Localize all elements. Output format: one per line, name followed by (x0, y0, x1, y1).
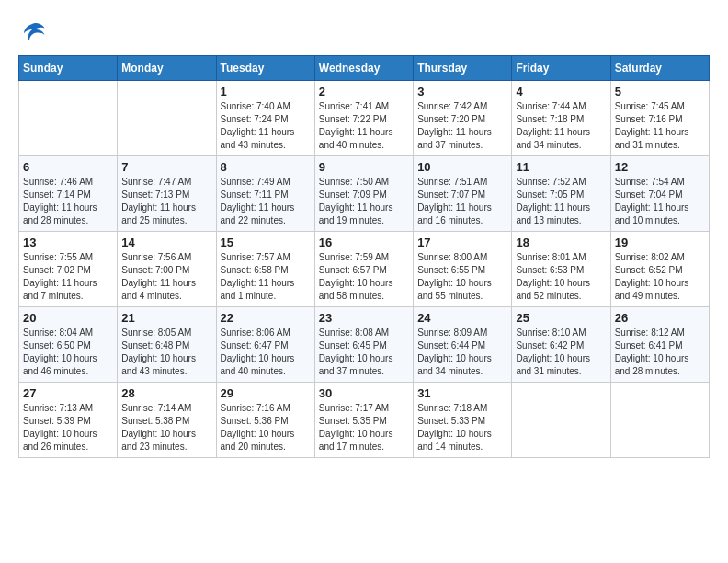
calendar-cell: 3Sunrise: 7:42 AM Sunset: 7:20 PM Daylig… (414, 81, 512, 156)
calendar-cell (512, 383, 610, 458)
day-info: Sunrise: 7:57 AM Sunset: 6:58 PM Dayligh… (221, 251, 311, 303)
day-info: Sunrise: 8:09 AM Sunset: 6:44 PM Dayligh… (417, 327, 507, 378)
day-info: Sunrise: 8:10 AM Sunset: 6:42 PM Dayligh… (516, 327, 606, 378)
calendar-cell: 30Sunrise: 7:17 AM Sunset: 5:35 PM Dayli… (314, 383, 413, 458)
day-number: 28 (121, 386, 211, 400)
calendar-cell: 18Sunrise: 8:01 AM Sunset: 6:53 PM Dayli… (512, 232, 610, 307)
weekday-header-wednesday: Wednesday (314, 56, 413, 81)
calendar-cell: 7Sunrise: 7:47 AM Sunset: 7:13 PM Daylig… (118, 156, 216, 232)
calendar-cell: 25Sunrise: 8:10 AM Sunset: 6:42 PM Dayli… (512, 307, 610, 383)
weekday-header-sunday: Sunday (19, 56, 118, 81)
day-number: 18 (516, 236, 606, 249)
calendar-cell: 24Sunrise: 8:09 AM Sunset: 6:44 PM Dayli… (414, 307, 512, 383)
calendar-cell: 29Sunrise: 7:16 AM Sunset: 5:36 PM Dayli… (216, 383, 314, 458)
day-info: Sunrise: 8:04 AM Sunset: 6:50 PM Dayligh… (23, 327, 113, 378)
day-number: 21 (121, 311, 211, 325)
weekday-header-row: SundayMondayTuesdayWednesdayThursdayFrid… (19, 56, 710, 81)
day-number: 4 (516, 85, 606, 98)
day-info: Sunrise: 8:01 AM Sunset: 6:53 PM Dayligh… (516, 251, 606, 303)
calendar-cell: 26Sunrise: 8:12 AM Sunset: 6:41 PM Dayli… (610, 307, 709, 383)
day-info: Sunrise: 7:51 AM Sunset: 7:07 PM Dayligh… (417, 176, 507, 227)
day-info: Sunrise: 7:41 AM Sunset: 7:22 PM Dayligh… (319, 100, 409, 152)
day-number: 15 (221, 236, 311, 249)
calendar-cell: 1Sunrise: 7:40 AM Sunset: 7:24 PM Daylig… (216, 81, 314, 156)
day-info: Sunrise: 7:54 AM Sunset: 7:04 PM Dayligh… (615, 176, 705, 227)
day-number: 27 (23, 386, 113, 400)
day-info: Sunrise: 7:17 AM Sunset: 5:35 PM Dayligh… (319, 402, 409, 454)
calendar-cell: 14Sunrise: 7:56 AM Sunset: 7:00 PM Dayli… (118, 232, 216, 307)
calendar-cell (118, 81, 216, 156)
day-number: 26 (615, 311, 705, 325)
weekday-header-tuesday: Tuesday (216, 56, 314, 81)
calendar-week-3: 13Sunrise: 7:55 AM Sunset: 7:02 PM Dayli… (19, 232, 710, 307)
calendar-cell: 10Sunrise: 7:51 AM Sunset: 7:07 PM Dayli… (414, 156, 512, 232)
calendar-cell: 2Sunrise: 7:41 AM Sunset: 7:22 PM Daylig… (314, 81, 413, 156)
day-info: Sunrise: 7:13 AM Sunset: 5:39 PM Dayligh… (23, 402, 113, 454)
calendar-cell: 19Sunrise: 8:02 AM Sunset: 6:52 PM Dayli… (610, 232, 709, 307)
day-number: 14 (121, 236, 211, 249)
day-info: Sunrise: 7:40 AM Sunset: 7:24 PM Dayligh… (221, 100, 311, 152)
day-number: 3 (417, 85, 507, 98)
calendar-cell: 12Sunrise: 7:54 AM Sunset: 7:04 PM Dayli… (610, 156, 709, 232)
day-info: Sunrise: 7:45 AM Sunset: 7:16 PM Dayligh… (615, 100, 705, 152)
weekday-header-thursday: Thursday (414, 56, 512, 81)
calendar-header: SundayMondayTuesdayWednesdayThursdayFrid… (19, 56, 710, 81)
calendar-cell (19, 81, 118, 156)
day-info: Sunrise: 8:06 AM Sunset: 6:47 PM Dayligh… (221, 327, 311, 378)
day-number: 5 (615, 85, 705, 98)
day-info: Sunrise: 7:56 AM Sunset: 7:00 PM Dayligh… (121, 251, 211, 303)
day-number: 16 (319, 236, 409, 249)
day-number: 20 (23, 311, 113, 325)
weekday-header-monday: Monday (118, 56, 216, 81)
calendar-body: 1Sunrise: 7:40 AM Sunset: 7:24 PM Daylig… (19, 81, 710, 458)
page-header (18, 18, 710, 46)
day-info: Sunrise: 7:52 AM Sunset: 7:05 PM Dayligh… (516, 176, 606, 227)
calendar-cell: 15Sunrise: 7:57 AM Sunset: 6:58 PM Dayli… (216, 232, 314, 307)
calendar-cell: 8Sunrise: 7:49 AM Sunset: 7:11 PM Daylig… (216, 156, 314, 232)
day-info: Sunrise: 7:18 AM Sunset: 5:33 PM Dayligh… (417, 402, 507, 454)
day-number: 19 (615, 236, 705, 249)
calendar-week-4: 20Sunrise: 8:04 AM Sunset: 6:50 PM Dayli… (19, 307, 710, 383)
day-info: Sunrise: 7:42 AM Sunset: 7:20 PM Dayligh… (417, 100, 507, 152)
calendar-cell: 22Sunrise: 8:06 AM Sunset: 6:47 PM Dayli… (216, 307, 314, 383)
day-info: Sunrise: 8:02 AM Sunset: 6:52 PM Dayligh… (615, 251, 705, 303)
calendar-cell: 9Sunrise: 7:50 AM Sunset: 7:09 PM Daylig… (314, 156, 413, 232)
day-number: 2 (319, 85, 409, 98)
day-number: 9 (319, 160, 409, 174)
day-number: 11 (516, 160, 606, 174)
calendar-week-5: 27Sunrise: 7:13 AM Sunset: 5:39 PM Dayli… (19, 383, 710, 458)
day-number: 10 (417, 160, 507, 174)
calendar-table: SundayMondayTuesdayWednesdayThursdayFrid… (18, 55, 710, 458)
weekday-header-saturday: Saturday (610, 56, 709, 81)
day-info: Sunrise: 7:49 AM Sunset: 7:11 PM Dayligh… (221, 176, 311, 227)
day-info: Sunrise: 7:46 AM Sunset: 7:14 PM Dayligh… (23, 176, 113, 227)
day-number: 6 (23, 160, 113, 174)
calendar-cell: 23Sunrise: 8:08 AM Sunset: 6:45 PM Dayli… (314, 307, 413, 383)
day-info: Sunrise: 7:59 AM Sunset: 6:57 PM Dayligh… (319, 251, 409, 303)
day-info: Sunrise: 7:16 AM Sunset: 5:36 PM Dayligh… (221, 402, 311, 454)
calendar-cell: 17Sunrise: 8:00 AM Sunset: 6:55 PM Dayli… (414, 232, 512, 307)
day-number: 13 (23, 236, 113, 249)
day-info: Sunrise: 8:12 AM Sunset: 6:41 PM Dayligh… (615, 327, 705, 378)
day-info: Sunrise: 8:05 AM Sunset: 6:48 PM Dayligh… (121, 327, 211, 378)
calendar-cell: 5Sunrise: 7:45 AM Sunset: 7:16 PM Daylig… (610, 81, 709, 156)
day-number: 31 (417, 386, 507, 400)
calendar-cell: 27Sunrise: 7:13 AM Sunset: 5:39 PM Dayli… (19, 383, 118, 458)
logo (18, 18, 50, 46)
day-number: 24 (417, 311, 507, 325)
logo-icon (18, 18, 46, 46)
day-number: 29 (221, 386, 311, 400)
day-number: 12 (615, 160, 705, 174)
day-number: 22 (221, 311, 311, 325)
day-info: Sunrise: 7:44 AM Sunset: 7:18 PM Dayligh… (516, 100, 606, 152)
calendar-cell: 11Sunrise: 7:52 AM Sunset: 7:05 PM Dayli… (512, 156, 610, 232)
day-info: Sunrise: 7:14 AM Sunset: 5:38 PM Dayligh… (121, 402, 211, 454)
calendar-cell: 6Sunrise: 7:46 AM Sunset: 7:14 PM Daylig… (19, 156, 118, 232)
day-number: 17 (417, 236, 507, 249)
day-info: Sunrise: 8:00 AM Sunset: 6:55 PM Dayligh… (417, 251, 507, 303)
day-info: Sunrise: 7:55 AM Sunset: 7:02 PM Dayligh… (23, 251, 113, 303)
calendar-week-1: 1Sunrise: 7:40 AM Sunset: 7:24 PM Daylig… (19, 81, 710, 156)
calendar-cell: 21Sunrise: 8:05 AM Sunset: 6:48 PM Dayli… (118, 307, 216, 383)
day-number: 23 (319, 311, 409, 325)
calendar-cell: 4Sunrise: 7:44 AM Sunset: 7:18 PM Daylig… (512, 81, 610, 156)
